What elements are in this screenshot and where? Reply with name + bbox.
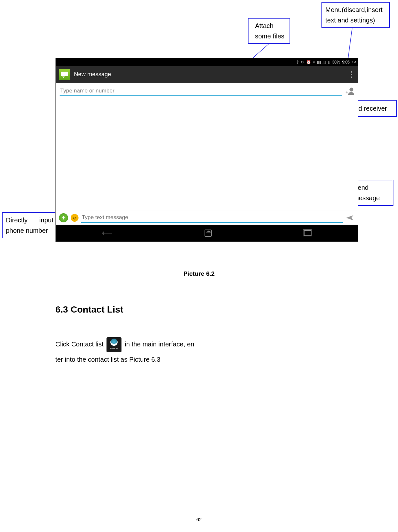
status-time: 9:05: [342, 60, 349, 64]
battery-icon: ▯: [328, 60, 330, 64]
send-button[interactable]: [346, 215, 355, 221]
status-bar: ᛒ ⟳ ⏰ ▾ ▮▮▯▯ ▯ 30% 9:05 PM: [56, 58, 358, 66]
messaging-app-icon[interactable]: [59, 69, 70, 80]
bluetooth-icon: ᛒ: [297, 60, 299, 64]
section-heading: 6.3 Contact List: [55, 304, 123, 315]
people-app-icon: [107, 337, 121, 352]
add-receiver-icon[interactable]: +: [346, 88, 354, 95]
body-line1a: Click Contact list: [55, 341, 105, 348]
battery-percent: 30%: [332, 60, 340, 64]
emoji-button[interactable]: ☺: [71, 214, 78, 222]
alarm-icon: ⏰: [306, 60, 311, 64]
signal-icon: ▮▮▯▯: [317, 60, 326, 64]
android-nav-bar: ⟵: [56, 225, 358, 242]
callout-menu: Menu(discard,insert text and settings): [321, 2, 390, 28]
home-button[interactable]: [205, 230, 212, 237]
body-line2: ter into the contact list as Picture 6.3: [55, 356, 160, 363]
body-line1b: in the main interface, en: [125, 341, 194, 348]
recent-apps-button[interactable]: [304, 230, 312, 236]
sync-icon: ⟳: [301, 60, 304, 64]
app-header: New message: [56, 66, 358, 83]
overflow-menu-icon[interactable]: [348, 71, 355, 78]
screenshot-new-message: ᛒ ⟳ ⏰ ▾ ▮▮▯▯ ▯ 30% 9:05 PM New message +…: [55, 58, 358, 242]
message-input[interactable]: [81, 213, 343, 223]
recipient-input[interactable]: [60, 86, 342, 96]
back-button[interactable]: ⟵: [102, 229, 112, 237]
app-title: New message: [74, 71, 344, 78]
compose-row: + ☺: [56, 211, 358, 225]
send-icon: [346, 215, 355, 221]
figure-caption: Picture 6.2: [0, 270, 398, 277]
wifi-icon: ▾: [313, 60, 315, 64]
page-number: 62: [196, 517, 202, 522]
body-paragraph: Click Contact list in the main interface…: [55, 337, 303, 367]
attach-button[interactable]: +: [59, 213, 68, 222]
callout-direct-input: Directly input phone number: [2, 212, 57, 238]
recipient-row: +: [56, 83, 358, 98]
callout-attach: Attach some files: [248, 18, 290, 44]
time-suffix: PM: [352, 61, 356, 64]
